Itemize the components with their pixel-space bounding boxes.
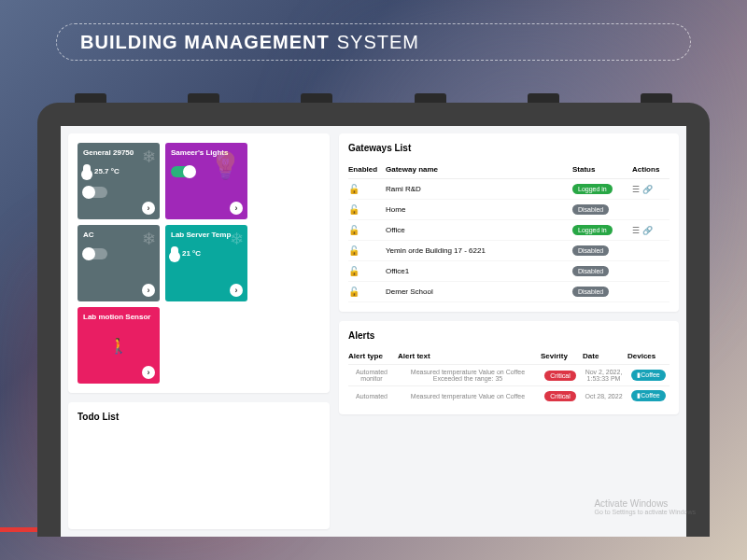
app-screen: General 29750 ❄ 25.7 °C › Sameer's Light… — [61, 126, 686, 537]
table-row: Automated monitorMeasured temperature Va… — [348, 364, 669, 385]
status-badge: Logged in — [572, 225, 613, 235]
col-type: Alert type — [348, 352, 395, 360]
todo-title: Todo List — [78, 412, 320, 422]
row-actions: ☰🔗 — [632, 185, 669, 194]
gateway-name: Home — [386, 205, 569, 214]
table-row: 🔓Office1Disabled — [348, 261, 669, 282]
alert-text: Measured temperature Value on Coffee Exc… — [398, 369, 538, 382]
status-badge: Disabled — [572, 266, 609, 276]
menu-icon[interactable]: ☰ — [632, 185, 640, 194]
tile-lab-temp[interactable]: Lab Server Temp ❄ 21 °C › — [165, 225, 247, 301]
table-row: 🔓Demer SchoolDisabled — [348, 282, 669, 302]
table-row: 🔓OfficeLogged in☰🔗 — [348, 220, 669, 241]
gateways-header-row: Enabled Gateway name Status Actions — [348, 161, 669, 179]
tile-toggle[interactable] — [171, 166, 195, 177]
title-bold: BUILDING MANAGEMENT — [80, 32, 330, 53]
tile-toggle[interactable] — [83, 187, 107, 198]
bulb-icon: 💡 — [209, 150, 242, 181]
col-actions: Actions — [632, 165, 669, 174]
col-status: Status — [572, 165, 628, 174]
gateway-name: Office1 — [386, 267, 569, 275]
lock-icon[interactable]: 🔓 — [348, 184, 382, 194]
snowflake-icon: ❄ — [142, 229, 156, 249]
row-actions: ☰🔗 — [632, 226, 669, 235]
menu-icon[interactable]: ☰ — [632, 226, 640, 235]
person-icon: 🚶 — [109, 337, 128, 355]
tile-lights[interactable]: Sameer's Lights 💡 › — [165, 143, 247, 219]
device-badge[interactable]: ▮Coffee — [631, 390, 666, 401]
link-icon[interactable]: 🔗 — [642, 185, 653, 194]
col-dev: Devices — [627, 352, 669, 360]
tile-toggle[interactable] — [83, 248, 107, 259]
gateways-panel: Gateways List Enabled Gateway name Statu… — [339, 133, 679, 312]
alerts-title: Alerts — [348, 330, 669, 341]
windows-watermark: Activate Windows Go to Settings to activ… — [594, 498, 696, 515]
col-name: Gateway name — [386, 165, 569, 174]
lock-icon[interactable]: 🔓 — [348, 245, 382, 256]
col-date: Date — [583, 352, 625, 360]
lock-icon[interactable]: 🔓 — [348, 287, 382, 297]
alert-date: Nov 2, 2022, 1:53:33 PM — [583, 369, 625, 382]
severity-badge: Critical — [544, 371, 575, 381]
chevron-right-icon[interactable]: › — [230, 284, 243, 297]
device-tiles-panel: General 29750 ❄ 25.7 °C › Sameer's Light… — [68, 133, 330, 393]
table-row: 🔓HomeDisabled — [348, 200, 669, 220]
gateway-name: Office — [386, 226, 569, 234]
chevron-right-icon[interactable]: › — [230, 202, 243, 215]
gateway-name: Yemin orde Building 17 - 6221 — [386, 246, 569, 255]
snowflake-icon: ❄ — [142, 147, 156, 167]
alerts-panel: Alerts Alert type Alert text Sevirity Da… — [339, 321, 679, 414]
gateway-name: Rami R&D — [386, 185, 569, 193]
tile-ac[interactable]: AC ❄ › — [78, 225, 160, 301]
col-enabled: Enabled — [348, 165, 382, 174]
chevron-right-icon[interactable]: › — [142, 284, 155, 297]
chevron-right-icon[interactable]: › — [142, 202, 155, 215]
link-icon[interactable]: 🔗 — [642, 226, 653, 235]
tile-motion[interactable]: Lab motion Sensor 🚶 › — [78, 307, 160, 384]
snowflake-icon: ❄ — [230, 229, 244, 249]
status-badge: Disabled — [572, 287, 609, 297]
status-badge: Disabled — [572, 204, 609, 215]
lock-icon[interactable]: 🔓 — [348, 204, 382, 215]
title-light: SYSTEM — [337, 32, 419, 53]
severity-badge: Critical — [544, 391, 575, 401]
table-row: 🔓Yemin orde Building 17 - 6221Disabled — [348, 241, 669, 261]
table-row: AutomatedMeasured temperature Value on C… — [348, 385, 669, 405]
decorative-accent — [0, 527, 42, 532]
lock-icon[interactable]: 🔓 — [348, 225, 382, 235]
alert-type: Automated — [348, 393, 395, 399]
page-title-bar: BUILDING MANAGEMENT SYSTEM — [56, 23, 691, 61]
col-text: Alert text — [398, 352, 538, 360]
alert-type: Automated monitor — [348, 369, 395, 382]
laptop-frame: General 29750 ❄ 25.7 °C › Sameer's Light… — [37, 103, 710, 537]
status-badge: Disabled — [572, 245, 609, 256]
table-row: 🔓Rami R&DLogged in☰🔗 — [348, 179, 669, 200]
tile-title: Lab motion Sensor — [83, 313, 154, 321]
col-sev: Sevirity — [541, 352, 580, 360]
gateways-title: Gateways List — [348, 143, 669, 153]
alerts-header-row: Alert type Alert text Sevirity Date Devi… — [348, 348, 669, 364]
chevron-right-icon[interactable]: › — [142, 366, 155, 379]
todo-panel: Todo List — [68, 402, 330, 529]
thermometer-icon — [171, 246, 178, 259]
tile-general[interactable]: General 29750 ❄ 25.7 °C › — [78, 143, 160, 219]
device-badge[interactable]: ▮Coffee — [631, 370, 666, 381]
alert-text: Measured temperature Value on Coffee — [398, 393, 538, 399]
status-badge: Logged in — [572, 184, 613, 194]
alert-date: Oct 28, 2022 — [583, 393, 625, 399]
thermometer-icon — [83, 164, 91, 177]
gateway-name: Demer School — [386, 287, 569, 296]
lock-icon[interactable]: 🔓 — [348, 266, 382, 276]
